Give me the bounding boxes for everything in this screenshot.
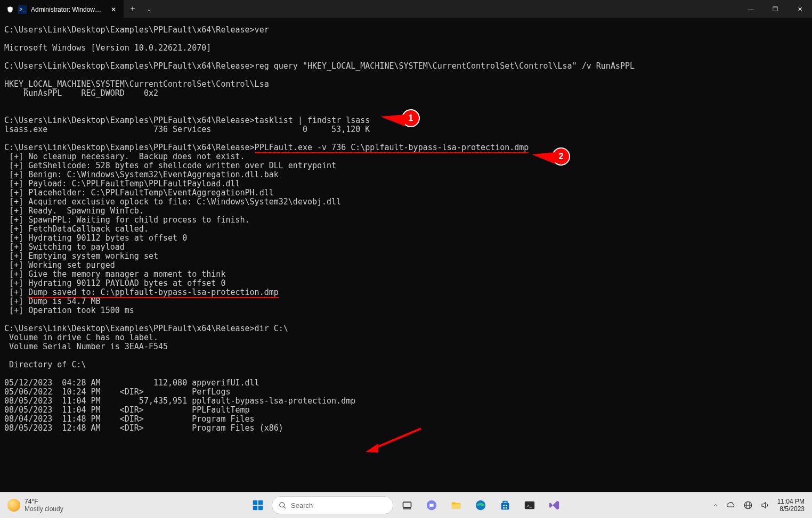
- window-minimize-button[interactable]: —: [738, 0, 763, 18]
- svg-rect-15: [503, 505, 505, 506]
- ppl-output-line: [+] Emptying system working set: [4, 251, 158, 261]
- tray-network-icon[interactable]: [743, 500, 753, 510]
- window-close-button[interactable]: ✕: [787, 0, 812, 18]
- dir-output-line: Volume in drive C has no label.: [4, 333, 158, 342]
- ppl-output-line: [+] Hydrating 90112 bytes at offset 0: [4, 233, 187, 243]
- search-placeholder: Search: [291, 501, 313, 509]
- cmd-pplfault: PPLFault.exe -v 736 C:\pplfault-bypass-l…: [255, 143, 529, 153]
- svg-marker-1: [366, 443, 378, 453]
- svg-rect-8: [403, 502, 411, 507]
- taskbar-center-group: Search >_: [247, 495, 565, 516]
- svg-rect-13: [501, 503, 509, 509]
- task-view-button[interactable]: [396, 495, 418, 516]
- dir-output-line: 08/05/2023 11:04 PM 57,435,951 pplfault-…: [4, 396, 355, 406]
- start-button[interactable]: [247, 495, 269, 516]
- tray-onedrive-icon[interactable]: [726, 500, 736, 510]
- ppl-output-line: [+] Working set purged: [4, 260, 115, 270]
- taskbar-explorer-icon[interactable]: [445, 495, 467, 516]
- svg-line-7: [283, 506, 286, 508]
- cmd-reg-query: reg query "HKEY_LOCAL_MACHINE\SYSTEM\Cur…: [255, 61, 635, 71]
- ppl-output-line: [+] Operation took 1500 ms: [4, 306, 134, 315]
- taskbar-edge-icon[interactable]: [470, 495, 491, 516]
- ppl-output-prefix: [+]: [4, 287, 28, 297]
- dir-output-line: Directory of C:\: [4, 360, 86, 369]
- cmd-ver: ver: [255, 25, 269, 35]
- annotation-arrow-icon: [532, 152, 555, 164]
- tray-date: 8/5/2023: [779, 505, 805, 513]
- dir-output-line: 05/06/2022 10:24 PM <DIR> PerfLogs: [4, 387, 230, 397]
- tab-close-button[interactable]: ✕: [109, 5, 118, 14]
- ppl-output-line: [+] Benign: C:\Windows\System32\EventAgg…: [4, 170, 279, 179]
- annotation-arrow-icon: [380, 114, 405, 126]
- taskbar-visualstudio-icon[interactable]: [543, 495, 565, 516]
- tab-title: Administrator: Windows Powe: [31, 6, 104, 13]
- tasklist-output: lsass.exe 736 Services 0 53,120 K: [4, 125, 370, 134]
- titlebar-drag-region[interactable]: [157, 0, 738, 18]
- powershell-icon: >_: [18, 5, 27, 14]
- cmd-tasklist: tasklist | findstr lsass: [255, 116, 370, 125]
- prompt: C:\Users\Link\Desktop\Examples\PPLFault\…: [4, 143, 255, 152]
- annotation-arrow-icon: [362, 423, 426, 455]
- svg-rect-17: [503, 507, 505, 509]
- search-icon: [279, 501, 287, 509]
- prompt: C:\Users\Link\Desktop\Examples\PPLFault\…: [4, 61, 255, 71]
- weather-condition: Mostly cloudy: [25, 505, 63, 513]
- dir-output-line: Volume Serial Number is 3EAA-F545: [4, 342, 168, 351]
- svg-rect-3: [258, 500, 263, 505]
- svg-rect-5: [258, 506, 263, 510]
- taskbar-weather-widget[interactable]: 74°F Mostly cloudy: [0, 498, 71, 513]
- svg-rect-9: [403, 508, 411, 509]
- dir-output-line: 08/05/2023 12:48 AM <DIR> Program Files …: [4, 423, 283, 433]
- tray-time: 11:04 PM: [777, 498, 805, 505]
- reg-output-val: RunAsPPL REG_DWORD 0x2: [4, 88, 158, 98]
- terminal-output[interactable]: C:\Users\Link\Desktop\Examples\PPLFault\…: [0, 18, 812, 492]
- ppl-output-line: [+] Acquired exclusive oplock to file: C…: [4, 197, 341, 207]
- annotation-callout-1: 1: [402, 109, 420, 127]
- svg-rect-14: [503, 501, 507, 504]
- annotation-callout-2: 2: [552, 147, 570, 166]
- svg-rect-16: [506, 505, 507, 506]
- prompt: C:\Users\Link\Desktop\Examples\PPLFault\…: [4, 324, 255, 333]
- weather-temp: 74°F: [25, 498, 63, 505]
- ppl-output-line: [+] Ready. Spawning WinTcb.: [4, 206, 144, 216]
- svg-rect-4: [253, 506, 257, 510]
- terminal-tab[interactable]: >_ Administrator: Windows Powe ✕: [0, 0, 124, 18]
- prompt: C:\Users\Link\Desktop\Examples\PPLFault\…: [4, 25, 255, 35]
- taskbar-chat-icon[interactable]: [421, 495, 442, 516]
- tray-overflow-button[interactable]: [712, 502, 719, 508]
- ppl-output-line: [+] Give the memory manager a moment to …: [4, 269, 225, 279]
- svg-rect-11: [452, 504, 461, 508]
- ppl-output-line: [+] Switching to payload: [4, 242, 125, 252]
- svg-point-6: [280, 502, 285, 507]
- taskbar-store-icon[interactable]: [494, 495, 516, 516]
- svg-line-0: [373, 429, 421, 449]
- ppl-output-line: [+] Payload: C:\PPLFaultTemp\PPLFaultPay…: [4, 179, 240, 188]
- ppl-output-line: [+] No cleanup necessary. Backup does no…: [4, 152, 245, 161]
- new-tab-button[interactable]: +: [124, 0, 142, 18]
- ppl-output-line: [+] Dump is 54.7 MB: [4, 297, 101, 306]
- ver-output: Microsoft Windows [Version 10.0.22621.20…: [4, 43, 211, 53]
- annotation-number: 1: [409, 113, 413, 123]
- taskbar-search[interactable]: Search: [272, 496, 393, 514]
- dir-output-line: 08/04/2023 11:48 PM <DIR> Program Files: [4, 414, 255, 424]
- taskbar-terminal-icon[interactable]: >_: [519, 495, 540, 516]
- ppl-output-line: [+] Placeholder: C:\PPLFaultTemp\EventAg…: [4, 188, 274, 198]
- ppl-output-line: [+] Hydrating 90112 PAYLOAD bytes at off…: [4, 278, 225, 288]
- window-titlebar: >_ Administrator: Windows Powe ✕ + ⌄ — ❐…: [0, 0, 812, 18]
- tab-dropdown-button[interactable]: ⌄: [142, 0, 157, 18]
- weather-icon: [7, 499, 20, 512]
- prompt: C:\Users\Link\Desktop\Examples\PPLFault\…: [4, 116, 255, 125]
- annotation-number: 2: [559, 152, 564, 161]
- tray-volume-icon[interactable]: [760, 500, 770, 510]
- ppl-output-line: [+] GetShellcode: 528 bytes of shellcode…: [4, 161, 336, 170]
- window-maximize-button[interactable]: ❐: [763, 0, 787, 18]
- svg-rect-2: [253, 500, 257, 505]
- ppl-output-line: [+] SpawnPPL: Waiting for child process …: [4, 215, 250, 225]
- reg-output-key: HKEY_LOCAL_MACHINE\SYSTEM\CurrentControl…: [4, 79, 269, 89]
- ppl-output-line: [+] FetchDataCallback called.: [4, 224, 149, 234]
- cmd-dir: dir C:\: [255, 324, 288, 333]
- tray-clock[interactable]: 11:04 PM 8/5/2023: [777, 498, 805, 513]
- dir-output-line: 05/12/2023 04:28 AM 112,080 appverifUI.d…: [4, 378, 259, 388]
- svg-rect-18: [506, 507, 507, 509]
- windows-taskbar: 74°F Mostly cloudy Search >_ 11:04 PM 8/…: [0, 492, 812, 518]
